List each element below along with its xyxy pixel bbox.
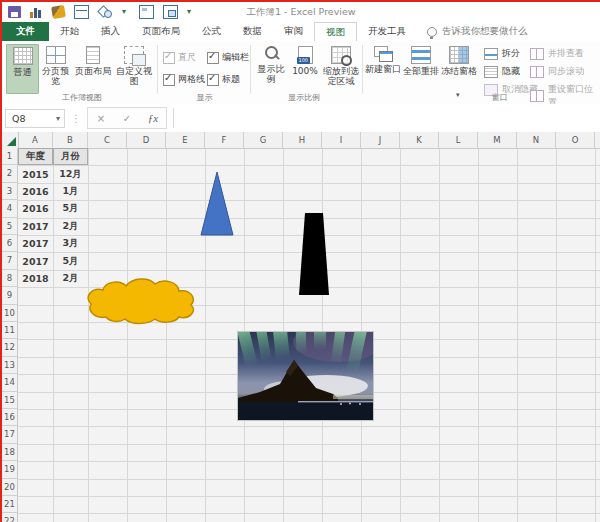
confirm-entry-icon[interactable]: ✓	[114, 113, 140, 124]
freeze-panes-dropdown-icon[interactable]: ▾	[456, 91, 460, 99]
split-icon	[484, 48, 498, 60]
excel-window: ▾ ▾ 工作簿1 - Excel Preview 文件 开始插入页面布局公式数据…	[0, 0, 600, 522]
formula-bar-checkbox[interactable]: ✓ 编辑栏	[207, 51, 249, 64]
tab-developer[interactable]: 开发工具	[357, 22, 417, 41]
title-bar: ▾ ▾ 工作簿1 - Excel Preview	[2, 2, 600, 22]
custom-views-button[interactable]: 自定义视图	[114, 44, 154, 92]
tab-formulas[interactable]: 公式	[191, 22, 232, 41]
sheet-grid[interactable]: ABCDEFGHIJKLMNO 123456789101112131415161…	[2, 132, 600, 522]
formula-bar-grip: ⋮	[71, 113, 81, 124]
ribbon: 普通 分页预览 页面布局 自定义视图 工作簿视图 ✓ 直尺 ✓ 编辑栏 ✓ 网格…	[2, 41, 600, 105]
arrange-all-button[interactable]: 全部重排	[403, 44, 439, 92]
tab-insert[interactable]: 插入	[90, 22, 131, 41]
formula-input[interactable]	[173, 108, 600, 128]
zoom-100-icon: 100	[298, 46, 313, 64]
tab-home[interactable]: 开始	[49, 22, 90, 41]
freeze-panes-button[interactable]: 冻结窗格	[441, 44, 477, 92]
synchronous-scrolling-button: 同步滚动	[530, 65, 584, 78]
page-layout-view-icon	[86, 46, 100, 64]
embedded-picture-aurora[interactable]	[237, 331, 374, 421]
ruler-checkbox: ✓ 直尺	[163, 51, 196, 64]
tab-page-layout[interactable]: 页面布局	[131, 22, 191, 41]
cloud-shape[interactable]	[88, 279, 193, 324]
triangle-shape[interactable]	[201, 172, 233, 235]
tab-file[interactable]: 文件	[2, 22, 49, 41]
freeze-panes-icon	[449, 46, 469, 64]
checkbox-icon: ✓	[207, 74, 219, 86]
custom-views-icon	[124, 46, 144, 64]
hide-icon	[484, 66, 498, 78]
split-button[interactable]: 拆分	[484, 47, 520, 60]
lightbulb-icon	[427, 27, 437, 37]
window-group-label: 窗口	[472, 92, 527, 103]
zoom-group-label: 显示比例	[264, 92, 344, 103]
formula-buttons: × ✓ ƒx	[87, 107, 167, 129]
side-by-side-icon	[530, 48, 544, 60]
group-separator	[250, 45, 251, 94]
tab-data[interactable]: 数据	[232, 22, 273, 41]
tell-me-label: 告诉我你想要做什么	[442, 25, 528, 38]
headings-checkbox[interactable]: ✓ 标题	[207, 73, 240, 86]
zoom-icon	[263, 46, 279, 62]
trapezoid-shape[interactable]	[299, 213, 329, 295]
zoom-to-selection-button[interactable]: 缩放到选定区域	[322, 44, 360, 92]
gridlines-checkbox[interactable]: ✓ 网格线	[163, 73, 205, 86]
name-box-dropdown-icon[interactable]: ▾	[56, 114, 60, 123]
zoom-button[interactable]: 显示比例	[254, 44, 288, 92]
cancel-entry-icon[interactable]: ×	[88, 113, 114, 124]
zoom-100-button[interactable]: 100 100%	[290, 44, 320, 92]
window-title: 工作簿1 - Excel Preview	[2, 6, 600, 19]
sync-scroll-icon	[530, 66, 544, 78]
arrange-all-icon	[411, 46, 431, 64]
shapes-layer	[2, 132, 600, 522]
view-side-by-side-button: 并排查看	[530, 47, 584, 60]
page-layout-view-button[interactable]: 页面布局	[73, 44, 113, 92]
ribbon-tabs: 开始插入页面布局公式数据审阅视图开发工具	[49, 22, 417, 41]
new-window-icon	[374, 46, 392, 62]
workbook-views-group-label: 工作簿视图	[32, 92, 132, 103]
show-group-label: 显示	[162, 92, 247, 103]
normal-view-icon	[13, 47, 33, 65]
zoom-to-selection-icon	[331, 46, 351, 64]
insert-function-icon[interactable]: ƒx	[140, 112, 166, 124]
checkbox-icon: ✓	[207, 52, 219, 64]
tab-review[interactable]: 审阅	[273, 22, 314, 41]
hide-button[interactable]: 隐藏	[484, 65, 520, 78]
tab-view[interactable]: 视图	[314, 22, 357, 41]
checkbox-icon: ✓	[163, 52, 175, 64]
group-separator	[157, 45, 158, 94]
tell-me-box[interactable]: 告诉我你想要做什么	[417, 22, 528, 41]
aurora-picture-art	[238, 332, 373, 420]
page-break-preview-icon	[46, 46, 66, 64]
ribbon-tab-bar: 文件 开始插入页面布局公式数据审阅视图开发工具 告诉我你想要做什么	[2, 22, 600, 41]
reset-position-icon	[530, 90, 544, 102]
group-separator	[362, 45, 363, 94]
checkbox-icon: ✓	[163, 74, 175, 86]
page-break-preview-button[interactable]: 分页预览	[40, 44, 71, 92]
normal-view-button[interactable]: 普通	[6, 44, 39, 94]
formula-bar-row: Q8 ▾ ⋮ × ✓ ƒx	[2, 104, 600, 133]
new-window-button[interactable]: 新建窗口	[365, 44, 401, 92]
name-box[interactable]: Q8 ▾	[5, 109, 65, 128]
